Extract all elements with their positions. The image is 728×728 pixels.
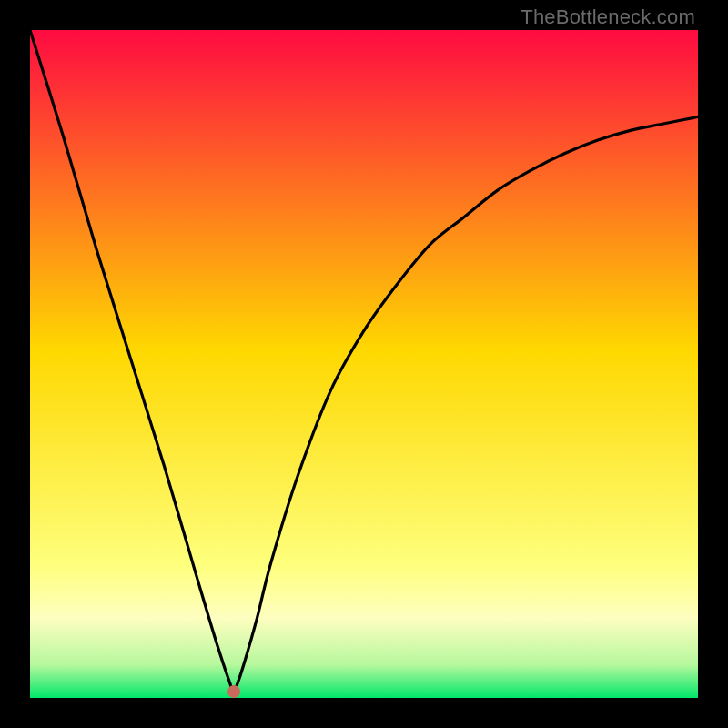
chart-frame: TheBottleneck.com	[0, 0, 728, 728]
bottleneck-curve	[30, 30, 698, 698]
plot-area	[30, 30, 698, 698]
attribution-text: TheBottleneck.com	[521, 5, 695, 29]
optimum-point-marker	[228, 685, 240, 698]
